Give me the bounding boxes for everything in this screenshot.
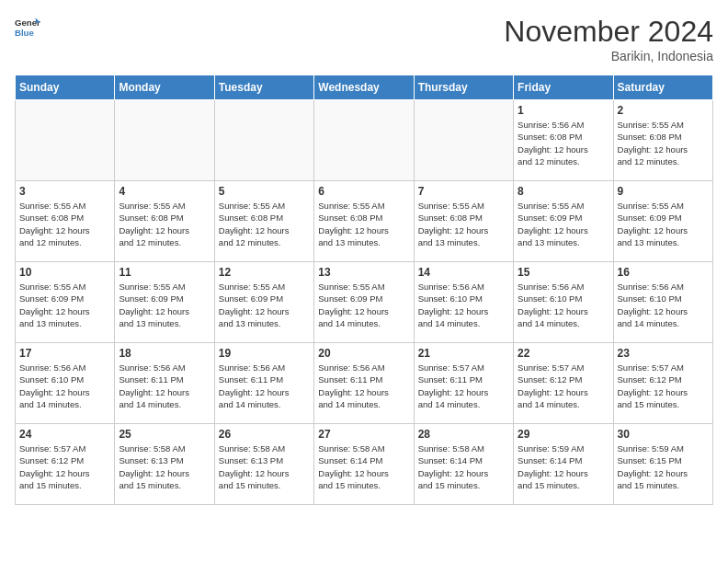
day-number: 25: [119, 428, 210, 441]
weekday-header: Friday: [514, 75, 613, 100]
calendar-day-cell: 3Sunrise: 5:55 AM Sunset: 6:08 PM Daylig…: [16, 181, 115, 262]
calendar-day-cell: 18Sunrise: 5:56 AM Sunset: 6:11 PM Dayli…: [115, 343, 214, 424]
title-block: November 2024 Barikin, Indonesia: [504, 15, 713, 63]
day-number: 15: [518, 266, 609, 279]
day-info: Sunrise: 5:55 AM Sunset: 6:09 PM Dayligh…: [119, 281, 210, 329]
calendar-day-cell: [214, 100, 313, 181]
day-info: Sunrise: 5:57 AM Sunset: 6:12 PM Dayligh…: [618, 362, 709, 410]
day-info: Sunrise: 5:56 AM Sunset: 6:10 PM Dayligh…: [518, 281, 609, 329]
calendar-day-cell: 25Sunrise: 5:58 AM Sunset: 6:13 PM Dayli…: [115, 424, 214, 505]
day-info: Sunrise: 5:55 AM Sunset: 6:08 PM Dayligh…: [19, 200, 110, 248]
day-number: 29: [518, 428, 609, 441]
weekday-header: Saturday: [613, 75, 712, 100]
calendar-day-cell: 4Sunrise: 5:55 AM Sunset: 6:08 PM Daylig…: [115, 181, 214, 262]
calendar-day-cell: 27Sunrise: 5:58 AM Sunset: 6:14 PM Dayli…: [314, 424, 414, 505]
day-number: 5: [219, 185, 310, 198]
day-info: Sunrise: 5:55 AM Sunset: 6:08 PM Dayligh…: [119, 200, 210, 248]
calendar-day-cell: [414, 100, 513, 181]
day-number: 3: [19, 185, 110, 198]
day-info: Sunrise: 5:56 AM Sunset: 6:11 PM Dayligh…: [318, 362, 409, 410]
day-number: 23: [618, 347, 709, 360]
calendar-week-row: 10Sunrise: 5:55 AM Sunset: 6:09 PM Dayli…: [16, 262, 713, 343]
day-number: 26: [219, 428, 310, 441]
day-number: 13: [318, 266, 409, 279]
weekday-header: Sunday: [16, 75, 115, 100]
day-number: 21: [418, 347, 509, 360]
calendar-day-cell: 11Sunrise: 5:55 AM Sunset: 6:09 PM Dayli…: [115, 262, 214, 343]
day-info: Sunrise: 5:56 AM Sunset: 6:11 PM Dayligh…: [219, 362, 310, 410]
calendar-day-cell: 30Sunrise: 5:59 AM Sunset: 6:15 PM Dayli…: [613, 424, 712, 505]
day-number: 11: [119, 266, 210, 279]
day-info: Sunrise: 5:55 AM Sunset: 6:08 PM Dayligh…: [219, 200, 310, 248]
page-header: General Blue November 2024 Barikin, Indo…: [15, 15, 713, 63]
day-number: 19: [219, 347, 310, 360]
day-info: Sunrise: 5:55 AM Sunset: 6:08 PM Dayligh…: [418, 200, 509, 248]
day-number: 7: [418, 185, 509, 198]
calendar-day-cell: 15Sunrise: 5:56 AM Sunset: 6:10 PM Dayli…: [514, 262, 613, 343]
day-number: 8: [518, 185, 609, 198]
calendar-week-row: 17Sunrise: 5:56 AM Sunset: 6:10 PM Dayli…: [16, 343, 713, 424]
day-number: 10: [19, 266, 110, 279]
calendar-day-cell: 5Sunrise: 5:55 AM Sunset: 6:08 PM Daylig…: [214, 181, 313, 262]
day-info: Sunrise: 5:56 AM Sunset: 6:11 PM Dayligh…: [119, 362, 210, 410]
day-info: Sunrise: 5:55 AM Sunset: 6:08 PM Dayligh…: [318, 200, 409, 248]
calendar-day-cell: [314, 100, 414, 181]
day-number: 22: [518, 347, 609, 360]
day-number: 17: [19, 347, 110, 360]
day-info: Sunrise: 5:59 AM Sunset: 6:15 PM Dayligh…: [618, 442, 709, 491]
calendar-day-cell: 16Sunrise: 5:56 AM Sunset: 6:10 PM Dayli…: [613, 262, 712, 343]
calendar-day-cell: 23Sunrise: 5:57 AM Sunset: 6:12 PM Dayli…: [613, 343, 712, 424]
calendar-day-cell: [115, 100, 214, 181]
calendar-day-cell: 8Sunrise: 5:55 AM Sunset: 6:09 PM Daylig…: [514, 181, 613, 262]
calendar-day-cell: 22Sunrise: 5:57 AM Sunset: 6:12 PM Dayli…: [514, 343, 613, 424]
logo-icon: General Blue: [15, 15, 40, 40]
calendar-day-cell: 26Sunrise: 5:58 AM Sunset: 6:13 PM Dayli…: [214, 424, 313, 505]
day-info: Sunrise: 5:55 AM Sunset: 6:09 PM Dayligh…: [518, 200, 609, 248]
svg-text:Blue: Blue: [15, 28, 34, 38]
day-number: 27: [318, 428, 409, 441]
calendar-day-cell: 10Sunrise: 5:55 AM Sunset: 6:09 PM Dayli…: [16, 262, 115, 343]
day-number: 30: [618, 428, 709, 441]
weekday-header: Tuesday: [214, 75, 313, 100]
day-number: 24: [19, 428, 110, 441]
day-number: 14: [418, 266, 509, 279]
location: Barikin, Indonesia: [504, 49, 713, 63]
day-info: Sunrise: 5:56 AM Sunset: 6:10 PM Dayligh…: [618, 281, 709, 329]
calendar-day-cell: [16, 100, 115, 181]
calendar-day-cell: 7Sunrise: 5:55 AM Sunset: 6:08 PM Daylig…: [414, 181, 513, 262]
day-number: 2: [618, 104, 709, 117]
day-info: Sunrise: 5:56 AM Sunset: 6:10 PM Dayligh…: [19, 362, 110, 410]
weekday-header: Wednesday: [314, 75, 414, 100]
calendar-week-row: 1Sunrise: 5:56 AM Sunset: 6:08 PM Daylig…: [16, 100, 713, 181]
day-info: Sunrise: 5:56 AM Sunset: 6:10 PM Dayligh…: [418, 281, 509, 329]
calendar-day-cell: 14Sunrise: 5:56 AM Sunset: 6:10 PM Dayli…: [414, 262, 513, 343]
day-number: 18: [119, 347, 210, 360]
day-info: Sunrise: 5:55 AM Sunset: 6:08 PM Dayligh…: [618, 119, 709, 167]
calendar-day-cell: 6Sunrise: 5:55 AM Sunset: 6:08 PM Daylig…: [314, 181, 414, 262]
calendar-day-cell: 12Sunrise: 5:55 AM Sunset: 6:09 PM Dayli…: [214, 262, 313, 343]
calendar-day-cell: 1Sunrise: 5:56 AM Sunset: 6:08 PM Daylig…: [514, 100, 613, 181]
month-title: November 2024: [504, 15, 713, 49]
calendar-day-cell: 20Sunrise: 5:56 AM Sunset: 6:11 PM Dayli…: [314, 343, 414, 424]
calendar-header-row: SundayMondayTuesdayWednesdayThursdayFrid…: [16, 75, 713, 100]
calendar-table: SundayMondayTuesdayWednesdayThursdayFrid…: [15, 75, 713, 505]
day-info: Sunrise: 5:55 AM Sunset: 6:09 PM Dayligh…: [19, 281, 110, 329]
day-number: 20: [318, 347, 409, 360]
day-number: 12: [219, 266, 310, 279]
day-info: Sunrise: 5:57 AM Sunset: 6:12 PM Dayligh…: [19, 442, 110, 491]
day-number: 1: [518, 104, 609, 117]
day-info: Sunrise: 5:58 AM Sunset: 6:13 PM Dayligh…: [119, 442, 210, 491]
day-info: Sunrise: 5:58 AM Sunset: 6:14 PM Dayligh…: [418, 442, 509, 491]
day-info: Sunrise: 5:57 AM Sunset: 6:12 PM Dayligh…: [518, 362, 609, 410]
day-info: Sunrise: 5:58 AM Sunset: 6:14 PM Dayligh…: [318, 442, 409, 491]
calendar-week-row: 24Sunrise: 5:57 AM Sunset: 6:12 PM Dayli…: [16, 424, 713, 505]
calendar-day-cell: 29Sunrise: 5:59 AM Sunset: 6:14 PM Dayli…: [514, 424, 613, 505]
calendar-day-cell: 9Sunrise: 5:55 AM Sunset: 6:09 PM Daylig…: [613, 181, 712, 262]
day-number: 9: [618, 185, 709, 198]
day-number: 16: [618, 266, 709, 279]
day-info: Sunrise: 5:56 AM Sunset: 6:08 PM Dayligh…: [518, 119, 609, 167]
calendar-day-cell: 2Sunrise: 5:55 AM Sunset: 6:08 PM Daylig…: [613, 100, 712, 181]
day-number: 6: [318, 185, 409, 198]
day-info: Sunrise: 5:59 AM Sunset: 6:14 PM Dayligh…: [518, 442, 609, 491]
day-info: Sunrise: 5:55 AM Sunset: 6:09 PM Dayligh…: [219, 281, 310, 329]
